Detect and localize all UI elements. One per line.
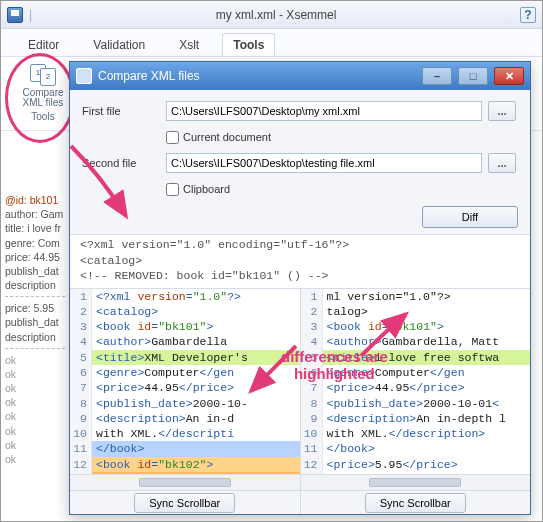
right-hscrollbar[interactable] [301, 474, 531, 490]
tab-xslt[interactable]: Xslt [168, 33, 210, 56]
diff-button[interactable]: Diff [422, 206, 518, 228]
code-line[interactable]: 11</book> [301, 441, 531, 456]
code-line[interactable]: 12 <book id="bk102"> [70, 457, 300, 472]
save-icon[interactable] [7, 7, 23, 23]
dialog-form: First file ... Current document Second f… [70, 90, 530, 206]
dialog-titlebar[interactable]: Compare XML files – □ ✕ [70, 62, 530, 90]
tab-validation[interactable]: Validation [82, 33, 156, 56]
sync-row: Sync Scrollbar Sync Scrollbar [70, 490, 530, 514]
clipboard-label: Clipboard [183, 183, 230, 195]
code-line[interactable]: 7 <price>44.95</price> [301, 380, 531, 395]
left-hscrollbar[interactable] [70, 474, 300, 490]
close-button[interactable]: ✕ [494, 67, 524, 85]
diff-panes: 1<?xml version="1.0"?>2<catalog>3 <book … [70, 288, 530, 490]
code-line[interactable]: 13 <publish_date>2000-11-17< [301, 472, 531, 474]
sync-scrollbar-left-button[interactable]: Sync Scrollbar [134, 493, 235, 513]
code-line[interactable]: 8 <publish_date>2000-10- [70, 396, 300, 411]
sync-scrollbar-right-button[interactable]: Sync Scrollbar [365, 493, 466, 513]
code-line[interactable]: 13 <author>Ralls, Kim</au [70, 472, 300, 474]
code-line[interactable]: 5 <title>XML Developer's [70, 350, 300, 365]
second-file-browse-button[interactable]: ... [488, 153, 516, 173]
code-line[interactable]: 5 <title>i love free softwa [301, 350, 531, 365]
code-line[interactable]: 9 <description>An in-d [70, 411, 300, 426]
first-file-label: First file [82, 105, 160, 117]
clipboard-checkbox[interactable] [166, 183, 179, 196]
code-line[interactable]: 8 <publish_date>2000-10-01< [301, 396, 531, 411]
help-icon[interactable]: ? [520, 7, 536, 23]
maximize-button[interactable]: □ [458, 67, 488, 85]
diff-preamble: <?xml version="1.0" encoding="utf-16"?> … [70, 234, 530, 288]
ribbon-group-label: Tools [15, 111, 71, 122]
code-line[interactable]: 12 <price>5.95</price> [301, 457, 531, 472]
code-line[interactable]: 1ml version="1.0"?> [301, 289, 531, 304]
right-pane: 1ml version="1.0"?>2talog>3<book id="bk1… [300, 289, 531, 490]
window-title: my xml.xml - Xsemmel [38, 8, 514, 22]
compare-xml-files-button[interactable]: Compare XML files [15, 63, 71, 109]
code-line[interactable]: 9 <description>An in-depth l [301, 411, 531, 426]
code-line[interactable]: 4 <author>Gambardella, Matt [301, 334, 531, 349]
code-line[interactable]: 7 <price>44.95</price> [70, 380, 300, 395]
compare-xml-dialog: Compare XML files – □ ✕ First file ... C… [69, 61, 531, 515]
code-line[interactable]: 2talog> [301, 304, 531, 319]
compare-files-icon [30, 64, 56, 86]
current-document-label: Current document [183, 131, 271, 143]
ribbon-tabs: Editor Validation Xslt Tools [1, 29, 542, 57]
second-file-label: Second file [82, 157, 160, 169]
code-line[interactable]: 10 with XML.</descripti [70, 426, 300, 441]
compare-btn-label: Compare XML files [15, 88, 71, 109]
first-file-input[interactable] [166, 101, 482, 121]
second-file-input[interactable] [166, 153, 482, 173]
tab-tools[interactable]: Tools [222, 33, 275, 56]
code-line[interactable]: 10 with XML.</description> [301, 426, 531, 441]
dialog-title: Compare XML files [98, 69, 416, 83]
left-pane: 1<?xml version="1.0"?>2<catalog>3 <book … [70, 289, 300, 490]
minimize-button[interactable]: – [422, 67, 452, 85]
code-line[interactable]: 3<book id="bk101"> [301, 319, 531, 334]
separator-icon: | [29, 8, 32, 22]
code-line[interactable]: 6 <genre>Computer</gen [70, 365, 300, 380]
tree-fragment: @id: bk101 author: Gam title: i love fr … [3, 191, 67, 519]
right-code[interactable]: 1ml version="1.0"?>2talog>3<book id="bk1… [301, 289, 531, 474]
first-file-browse-button[interactable]: ... [488, 101, 516, 121]
left-code[interactable]: 1<?xml version="1.0"?>2<catalog>3 <book … [70, 289, 300, 474]
code-line[interactable]: 6 <genre>Computer</gen [301, 365, 531, 380]
code-line[interactable]: 11 </book> [70, 441, 300, 456]
code-line[interactable]: 2<catalog> [70, 304, 300, 319]
code-line[interactable]: 3 <book id="bk101"> [70, 319, 300, 334]
dialog-icon [76, 68, 92, 84]
quick-access-toolbar: | my xml.xml - Xsemmel ? [1, 1, 542, 29]
current-document-checkbox[interactable] [166, 131, 179, 144]
code-line[interactable]: 1<?xml version="1.0"?> [70, 289, 300, 304]
code-line[interactable]: 4 <author>Gambardella [70, 334, 300, 349]
tab-editor[interactable]: Editor [17, 33, 70, 56]
